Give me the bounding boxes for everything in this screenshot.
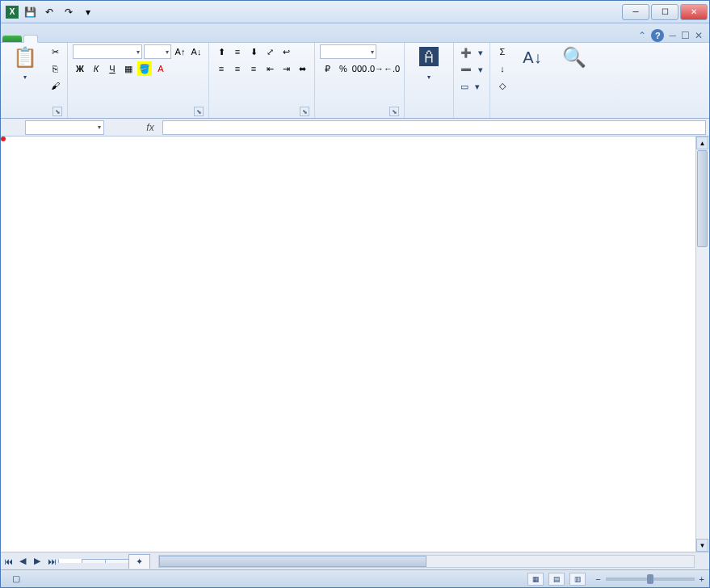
paste-button[interactable]: 📋 ▾ bbox=[6, 44, 44, 81]
zoom-in-button[interactable]: + bbox=[699, 574, 704, 584]
sheet-tab-2[interactable] bbox=[82, 559, 106, 563]
qat-customize[interactable]: ▾ bbox=[80, 4, 96, 20]
sheet-nav-first[interactable]: ⏮ bbox=[1, 554, 15, 569]
orientation-button[interactable]: ⤢ bbox=[263, 44, 277, 59]
number-launcher[interactable]: ⬊ bbox=[389, 107, 399, 116]
sheet-tab-3[interactable] bbox=[105, 559, 129, 563]
indent-dec-button[interactable]: ⇤ bbox=[263, 61, 277, 76]
sort-filter-button[interactable]: A↓ bbox=[513, 44, 552, 72]
tab-view[interactable] bbox=[111, 34, 125, 42]
sheet-tab-1[interactable] bbox=[58, 559, 82, 563]
alignment-launcher[interactable]: ⬊ bbox=[300, 107, 309, 116]
italic-button[interactable]: К bbox=[89, 61, 103, 76]
format-painter-button[interactable]: 🖌 bbox=[48, 78, 62, 93]
new-sheet-button[interactable]: ✦ bbox=[128, 554, 150, 569]
scroll-down-button[interactable]: ▼ bbox=[696, 539, 708, 552]
tab-review[interactable] bbox=[96, 34, 111, 42]
increase-decimal-button[interactable]: .0→ bbox=[368, 61, 383, 76]
styles-icon: 🅰 bbox=[416, 44, 442, 70]
highlight-overlay bbox=[1, 136, 6, 141]
sheet-nav-last[interactable]: ⏭ bbox=[44, 554, 59, 569]
name-box[interactable] bbox=[25, 120, 104, 135]
fx-button[interactable]: fx bbox=[141, 120, 159, 135]
cells-insert-button[interactable]: ➕ ▾ bbox=[459, 44, 485, 61]
underline-button[interactable]: Ч bbox=[105, 61, 120, 76]
maximize-button[interactable]: ☐ bbox=[651, 4, 678, 20]
worksheet-grid[interactable]: ▲ ▼ bbox=[1, 136, 709, 552]
align-center-button[interactable]: ≡ bbox=[230, 61, 245, 76]
tab-formulas[interactable] bbox=[67, 34, 82, 42]
tab-home[interactable] bbox=[23, 35, 38, 43]
font-color-button[interactable]: A bbox=[153, 61, 168, 76]
vscroll-thumb[interactable] bbox=[697, 150, 708, 247]
macro-record-icon[interactable]: ▢ bbox=[12, 573, 20, 584]
number-format-combo[interactable] bbox=[320, 44, 376, 59]
align-left-button[interactable]: ≡ bbox=[214, 61, 229, 76]
tab-insert[interactable] bbox=[38, 34, 53, 42]
comma-button[interactable]: 000 bbox=[352, 61, 367, 76]
tab-layout[interactable] bbox=[53, 34, 67, 42]
find-select-button[interactable]: 🔍 bbox=[555, 44, 594, 72]
align-right-button[interactable]: ≡ bbox=[246, 61, 261, 76]
qat-save[interactable]: 💾 bbox=[22, 4, 38, 20]
tab-data[interactable] bbox=[82, 34, 96, 42]
sheet-nav-prev[interactable]: ◀ bbox=[15, 554, 30, 569]
font-launcher[interactable]: ⬊ bbox=[194, 107, 204, 116]
cut-button[interactable]: ✂ bbox=[48, 44, 62, 59]
copy-button[interactable]: ⎘ bbox=[48, 61, 62, 76]
font-size-combo[interactable] bbox=[144, 44, 171, 59]
align-bottom-button[interactable]: ⬇ bbox=[246, 44, 261, 59]
fill-color-button[interactable]: 🪣 bbox=[137, 61, 152, 76]
vertical-scrollbar[interactable]: ▲ ▼ bbox=[695, 136, 709, 552]
group-font: A↑ A↓ Ж К Ч ▦ 🪣 A ⬊ bbox=[68, 43, 209, 118]
format-cell-icon: ▭ bbox=[460, 82, 468, 92]
percent-button[interactable]: % bbox=[336, 61, 351, 76]
ribbon-tab-strip: ⌃ ? ─ ☐ ✕ bbox=[1, 23, 709, 43]
group-alignment: ⬆ ≡ ⬇ ⤢ ↩ ≡ ≡ ≡ ⇤ ⇥ ⬌ ⬊ bbox=[209, 43, 315, 118]
tab-file[interactable] bbox=[2, 36, 22, 42]
tab-addins[interactable] bbox=[140, 34, 154, 42]
bold-button[interactable]: Ж bbox=[73, 61, 87, 76]
hscroll-thumb[interactable] bbox=[159, 556, 426, 567]
qat-redo[interactable]: ↷ bbox=[61, 4, 77, 20]
formula-input[interactable] bbox=[162, 120, 706, 135]
fill-button[interactable]: ↓ bbox=[495, 61, 510, 76]
qat-undo[interactable]: ↶ bbox=[41, 4, 57, 20]
ribbon-minimize-icon[interactable]: ⌃ bbox=[638, 30, 646, 41]
minimize-button[interactable]: ─ bbox=[622, 4, 649, 20]
doc-minimize-icon[interactable]: ─ bbox=[669, 30, 676, 41]
help-button[interactable]: ? bbox=[651, 29, 664, 42]
zoom-slider[interactable] bbox=[606, 578, 695, 581]
doc-restore-icon[interactable]: ☐ bbox=[681, 30, 690, 41]
decrease-decimal-button[interactable]: ←.0 bbox=[384, 61, 399, 76]
cells-format-button[interactable]: ▭ ▾ bbox=[459, 78, 481, 94]
sheet-nav-next[interactable]: ▶ bbox=[30, 554, 44, 569]
shrink-font-button[interactable]: A↓ bbox=[189, 44, 204, 59]
grow-font-button[interactable]: A↑ bbox=[173, 44, 187, 59]
doc-close-icon[interactable]: ✕ bbox=[695, 30, 703, 41]
align-middle-button[interactable]: ≡ bbox=[230, 44, 245, 59]
styles-button[interactable]: 🅰 ▾ bbox=[410, 44, 448, 81]
horizontal-scrollbar[interactable] bbox=[158, 555, 695, 568]
clear-button[interactable]: ◇ bbox=[495, 78, 510, 93]
scroll-up-button[interactable]: ▲ bbox=[696, 136, 708, 149]
autosum-button[interactable]: Σ bbox=[495, 44, 510, 59]
align-top-button[interactable]: ⬆ bbox=[214, 44, 229, 59]
view-pagebreak-button[interactable]: ▥ bbox=[569, 573, 586, 586]
indent-inc-button[interactable]: ⇥ bbox=[279, 61, 293, 76]
clipboard-launcher[interactable]: ⬊ bbox=[53, 107, 62, 116]
tab-developer[interactable] bbox=[125, 34, 140, 42]
view-normal-button[interactable]: ▦ bbox=[527, 573, 544, 586]
font-name-combo[interactable] bbox=[73, 44, 142, 59]
zoom-out-button[interactable]: − bbox=[595, 574, 600, 584]
border-button[interactable]: ▦ bbox=[121, 61, 136, 76]
tab-foxit[interactable] bbox=[154, 34, 169, 42]
delete-cell-icon: ➖ bbox=[460, 65, 472, 75]
close-button[interactable]: ✕ bbox=[680, 4, 708, 20]
tab-abbyy[interactable] bbox=[169, 34, 183, 42]
cells-delete-button[interactable]: ➖ ▾ bbox=[459, 61, 485, 78]
merge-button[interactable]: ⬌ bbox=[295, 61, 309, 76]
currency-button[interactable]: ₽ bbox=[320, 61, 334, 76]
view-layout-button[interactable]: ▤ bbox=[548, 573, 565, 586]
wrap-text-button[interactable]: ↩ bbox=[279, 44, 293, 59]
